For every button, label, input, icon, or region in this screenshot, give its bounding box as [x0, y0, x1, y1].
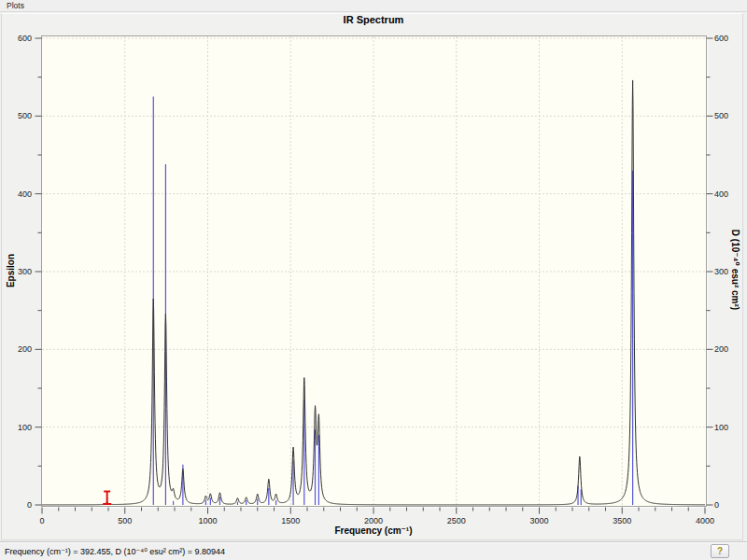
svg-text:100: 100: [18, 423, 32, 432]
svg-text:2500: 2500: [447, 516, 466, 525]
svg-text:1500: 1500: [281, 516, 300, 525]
svg-text:3000: 3000: [529, 516, 548, 525]
svg-text:100: 100: [714, 423, 728, 432]
y-axis-right-title: D (10⁻⁴⁰ esu² cm²): [727, 218, 740, 321]
y-axis-right-ticks: 0100200300400500600: [707, 34, 729, 510]
svg-text:200: 200: [18, 344, 32, 354]
svg-text:300: 300: [714, 267, 728, 276]
svg-text:600: 600: [714, 34, 728, 43]
svg-text:400: 400: [714, 189, 728, 199]
svg-text:600: 600: [18, 34, 32, 43]
svg-text:300: 300: [18, 267, 32, 276]
svg-text:500: 500: [118, 516, 132, 525]
svg-text:500: 500: [18, 111, 32, 120]
spectrum-plot[interactable]: 0500100015002000250030003500400001002003…: [0, 0, 747, 560]
y-axis-left-ticks: 0100200300400500600: [18, 34, 42, 510]
svg-text:0: 0: [27, 500, 32, 510]
svg-text:500: 500: [714, 111, 728, 120]
svg-text:4000: 4000: [696, 516, 714, 525]
svg-text:2000: 2000: [364, 516, 383, 525]
svg-text:200: 200: [714, 344, 728, 354]
x-axis-title: Frequency (cm⁻¹): [41, 525, 706, 536]
svg-text:400: 400: [18, 189, 32, 199]
svg-text:0: 0: [39, 516, 44, 525]
chart-title: IR Spectrum: [0, 14, 747, 25]
x-axis-ticks: 05001000150020002500300035004000: [39, 508, 714, 526]
svg-text:1000: 1000: [198, 516, 217, 525]
svg-text:0: 0: [714, 500, 719, 510]
svg-text:3500: 3500: [613, 516, 631, 525]
y-axis-left-title: Epsilon: [6, 243, 19, 299]
